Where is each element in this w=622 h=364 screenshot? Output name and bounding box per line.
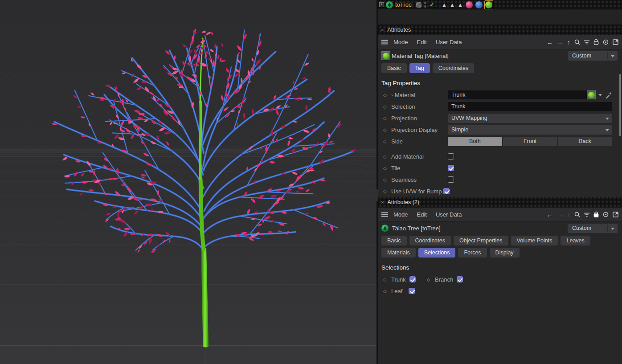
popout-icon[interactable] bbox=[613, 39, 618, 45]
tree-object-icon bbox=[381, 225, 389, 232]
chevron-down-icon bbox=[606, 129, 609, 131]
tree-object-header: Taiao Tree [toTree] Custom bbox=[378, 222, 622, 234]
lock-icon[interactable] bbox=[593, 212, 599, 217]
leaf-checkbox[interactable] bbox=[409, 288, 415, 294]
tab-object-properties[interactable]: Object Properties bbox=[454, 236, 508, 245]
branch-checkbox[interactable] bbox=[457, 276, 463, 282]
tree-tabs-row1: Basic Coordinates Object Properties Volu… bbox=[378, 234, 622, 248]
tile-checkbox[interactable] bbox=[448, 165, 454, 171]
back-icon[interactable]: ← bbox=[547, 211, 553, 218]
trunk-checkbox[interactable] bbox=[409, 276, 416, 282]
projection-dropdown[interactable]: UVW Mapping bbox=[448, 114, 612, 123]
visibility-dots-icon[interactable] bbox=[424, 2, 426, 8]
tab-volume-points[interactable]: Volume Points bbox=[511, 236, 558, 245]
filter-icon[interactable] bbox=[584, 213, 589, 217]
right-panel-column: + toTree ✓ ▲ ▲ ▲ × Attributes bbox=[378, 0, 622, 364]
tab-coordinates[interactable]: Coordinates bbox=[409, 236, 451, 245]
panel-title-bar[interactable]: × Attributes bbox=[378, 25, 622, 35]
selection-row: ◇Selection Trunk bbox=[378, 101, 612, 112]
selection-tag-icon[interactable]: ▲ bbox=[441, 2, 448, 8]
add-material-checkbox[interactable] bbox=[448, 153, 454, 160]
tab-materials[interactable]: Materials bbox=[381, 248, 416, 258]
layer-icon[interactable] bbox=[416, 2, 421, 8]
object-row-totree[interactable]: + toTree ✓ ▲ ▲ ▲ bbox=[378, 0, 622, 9]
tile-row: ◇Tile bbox=[378, 162, 612, 174]
filter-icon[interactable] bbox=[584, 40, 589, 45]
lock-icon[interactable] bbox=[593, 39, 599, 45]
selection-field[interactable]: Trunk bbox=[448, 102, 612, 111]
material-sphere-icon[interactable] bbox=[587, 90, 596, 99]
menu-user-data[interactable]: User Data bbox=[436, 39, 462, 45]
scrollbar[interactable] bbox=[619, 74, 621, 136]
selections-row-1: ◇Trunk ◇Branch bbox=[378, 274, 622, 285]
close-icon[interactable]: × bbox=[381, 27, 384, 33]
menu-user-data[interactable]: User Data bbox=[436, 211, 462, 218]
selection-tag-icon[interactable]: ▲ bbox=[449, 2, 456, 8]
up-icon[interactable]: ↑ bbox=[567, 211, 570, 218]
material-tag-green[interactable] bbox=[484, 0, 493, 9]
cinema4d-window: { "object_manager": { "expand_glyph": "+… bbox=[0, 0, 622, 364]
panel-title-bar[interactable]: × Attributes (2) bbox=[378, 197, 622, 208]
expand-icon[interactable]: + bbox=[379, 2, 384, 7]
menu-icon[interactable] bbox=[381, 212, 388, 217]
tab-basic[interactable]: Basic bbox=[381, 63, 407, 73]
object-manager: + toTree ✓ ▲ ▲ ▲ bbox=[378, 0, 622, 25]
tab-selections[interactable]: Selections bbox=[418, 248, 456, 258]
menu-mode[interactable]: Mode bbox=[393, 39, 408, 45]
chevron-down-icon bbox=[606, 118, 609, 120]
selection-tag-icon[interactable]: ▲ bbox=[457, 2, 464, 8]
preset-dropdown[interactable]: Custom bbox=[568, 51, 618, 61]
focus-target-icon[interactable] bbox=[603, 39, 609, 45]
attributes-menubar: Mode Edit User Data ← → ↑ bbox=[378, 208, 622, 222]
menu-mode[interactable]: Mode bbox=[393, 211, 408, 218]
side-both-button[interactable]: Both bbox=[448, 137, 502, 146]
chevron-down-icon bbox=[611, 55, 614, 57]
section-title: Tag Properties bbox=[378, 75, 622, 89]
panel-title: Attributes (2) bbox=[387, 199, 419, 205]
focus-target-icon[interactable] bbox=[603, 212, 609, 217]
up-icon[interactable]: ↑ bbox=[567, 39, 570, 46]
selections-row-2: ◇Leaf bbox=[378, 285, 622, 297]
menu-icon[interactable] bbox=[381, 40, 388, 45]
forward-icon[interactable]: → bbox=[557, 211, 563, 218]
forward-icon[interactable]: → bbox=[557, 39, 563, 46]
menu-edit[interactable]: Edit bbox=[417, 211, 427, 218]
chevron-down-icon[interactable] bbox=[598, 94, 602, 96]
preset-dropdown[interactable]: Custom bbox=[568, 224, 618, 233]
side-front-button[interactable]: Front bbox=[503, 137, 557, 146]
tab-leaves[interactable]: Leaves bbox=[561, 236, 590, 245]
attributes-panel-2: × Attributes (2) Mode Edit User Data ← →… bbox=[378, 197, 622, 297]
tab-tag[interactable]: Tag bbox=[409, 63, 430, 73]
material-tag-pink[interactable] bbox=[465, 0, 474, 9]
material-tag-blue[interactable] bbox=[475, 0, 483, 9]
3d-viewport[interactable] bbox=[0, 0, 376, 364]
projection-row: ◇Projection UVW Mapping bbox=[378, 112, 612, 124]
tree-object-icon[interactable] bbox=[386, 1, 393, 8]
add-material-row: ◇Add Material bbox=[378, 151, 612, 162]
attributes-menubar: Mode Edit User Data ← → ↑ bbox=[378, 35, 622, 49]
tab-basic[interactable]: Basic bbox=[381, 236, 407, 245]
popout-icon[interactable] bbox=[613, 212, 618, 217]
close-icon[interactable]: × bbox=[381, 200, 384, 205]
eyedropper-icon[interactable] bbox=[605, 91, 612, 98]
seamless-row: ◇Seamless bbox=[378, 174, 612, 185]
panel-title: Attributes bbox=[387, 27, 411, 33]
projection-display-dropdown[interactable]: Simple bbox=[448, 125, 612, 135]
side-back-button[interactable]: Back bbox=[558, 137, 612, 146]
tab-display[interactable]: Display bbox=[490, 248, 520, 258]
material-link-field[interactable]: Trunk bbox=[448, 90, 596, 99]
back-icon[interactable]: ← bbox=[547, 39, 553, 46]
search-icon[interactable] bbox=[574, 212, 580, 217]
object-name[interactable]: toTree bbox=[395, 1, 412, 8]
object-title: Material Tag [Material] bbox=[392, 53, 449, 59]
tab-forces[interactable]: Forces bbox=[458, 248, 487, 258]
tag-tabs: Basic Tag Coordinates bbox=[378, 62, 622, 75]
material-sphere-icon[interactable] bbox=[381, 51, 390, 60]
search-icon[interactable] bbox=[574, 39, 580, 45]
menu-edit[interactable]: Edit bbox=[417, 39, 427, 45]
use-uvw-bump-checkbox[interactable] bbox=[443, 188, 450, 194]
object-title: Taiao Tree [toTree] bbox=[392, 225, 441, 232]
expander-icon[interactable]: › bbox=[391, 92, 393, 98]
tab-coordinates[interactable]: Coordinates bbox=[433, 63, 474, 73]
seamless-checkbox[interactable] bbox=[448, 176, 454, 183]
